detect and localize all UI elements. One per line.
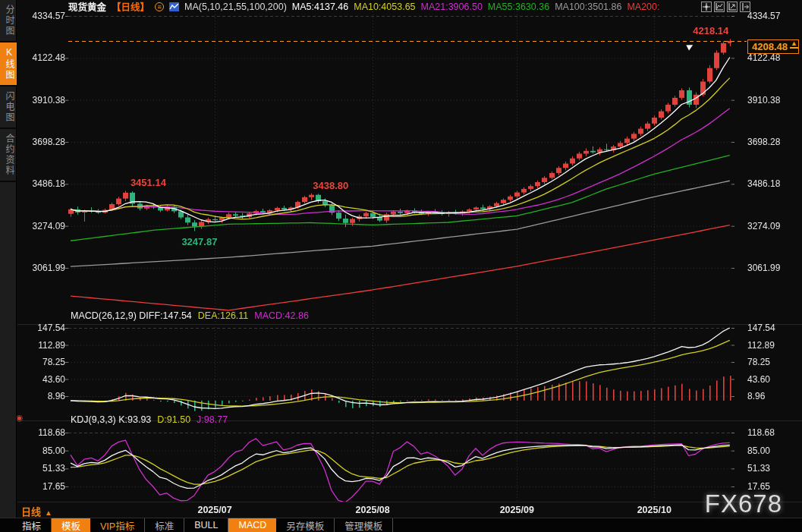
macd-dea-value: DEA:126.11: [198, 310, 248, 321]
bottom-toolbar: 指标模板VIP指标标准BULLMACD另存模板管理模板: [0, 518, 802, 532]
toolbar-item-标准[interactable]: 标准: [145, 518, 184, 532]
macd-macd-value: MACD:42.86: [254, 310, 309, 321]
kdj-title: KDJ(9,3,3) K:93.93: [71, 414, 151, 425]
toolbar-item-VIP指标[interactable]: VIP指标: [90, 518, 145, 532]
toolbar-item-管理模板[interactable]: 管理模板: [335, 518, 393, 532]
ma-overview-label: MA(5,10,21,55,100,200): [184, 2, 287, 12]
symbol-menu-icon[interactable]: ≡: [155, 2, 164, 11]
macd-title: MACD(26,12,9) DIFF:147.54: [71, 310, 192, 321]
symbol-name: 现货黄金: [68, 0, 106, 14]
toolbar-item-模板[interactable]: 模板: [52, 518, 90, 532]
ma100-value: MA100:3501.86: [555, 2, 621, 12]
period-selector[interactable]: 日线▲: [21, 504, 52, 518]
kdj-j-value: J:98.77: [197, 414, 228, 425]
chart-style-icon[interactable]: [169, 2, 179, 11]
chart-canvas[interactable]: [0, 0, 802, 532]
toolbar-item-MACD[interactable]: MACD: [228, 518, 276, 532]
ma5-value: MA5:4137.46: [292, 2, 348, 12]
ma200-value: MA200:: [627, 2, 659, 12]
toolbar-item-BULL[interactable]: BULL: [184, 518, 228, 532]
macd-header: MACD(26,12,9) DIFF:147.54DEA:126.11MACD:…: [71, 310, 315, 321]
ma55-value: MA55:3630.36: [488, 2, 549, 12]
left-sidebar: 分时图K线图闪电图合约资料: [0, 0, 17, 518]
watermark: FX678: [705, 490, 782, 518]
ma21-value: MA21:3906.50: [421, 2, 483, 12]
period-text: 日线: [21, 506, 41, 518]
collapse-right-icon[interactable]: [740, 2, 750, 12]
toolbar-item-另存模板[interactable]: 另存模板: [276, 518, 335, 532]
trading-app: 分时图K线图闪电图合约资料 现货黄金【日线】 ≡ MA(5,10,21,55,1…: [0, 0, 802, 532]
sidebar-tab-合约资料[interactable]: 合约资料: [0, 129, 17, 182]
kdj-d-value: D:91.50: [157, 414, 190, 425]
sidebar-tab-K线图[interactable]: K线图: [0, 42, 17, 87]
indicator-panel-icon[interactable]: [727, 2, 738, 12]
kdj-header: KDJ(9,3,3) K:93.93D:91.50J:98.77: [71, 414, 234, 425]
ma10-value: MA10:4053.65: [354, 2, 415, 12]
indicator-alert-icon[interactable]: ◉: [16, 413, 24, 423]
scroll-to-latest-icon[interactable]: ▲: [790, 40, 798, 49]
period-badge[interactable]: 【日线】: [112, 0, 149, 14]
x-axis-row: 日线▲: [0, 503, 802, 518]
header-tools: [701, 2, 750, 12]
sidebar-tab-闪电图[interactable]: 闪电图: [0, 87, 17, 129]
sidebar-tab-分时图[interactable]: 分时图: [0, 0, 17, 42]
chart-header: 现货黄金【日线】 ≡ MA(5,10,21,55,100,200) MA5:41…: [68, 1, 660, 12]
toolbar-item-指标[interactable]: 指标: [12, 518, 52, 532]
chevron-up-icon: ▲: [45, 508, 52, 517]
crosshair-icon[interactable]: [701, 2, 712, 12]
new-panel-icon[interactable]: [714, 2, 725, 12]
